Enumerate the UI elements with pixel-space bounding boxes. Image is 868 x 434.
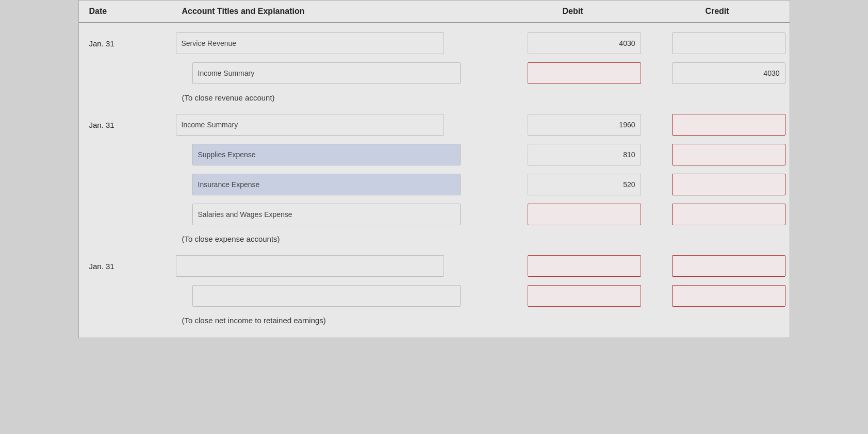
credit-input-1-2[interactable] bbox=[672, 62, 785, 84]
credit-cell-2-3[interactable] bbox=[645, 172, 790, 197]
account-input-insurance-expense[interactable] bbox=[192, 174, 461, 195]
debit-input-2-4[interactable] bbox=[528, 204, 641, 225]
credit-input-2-3[interactable] bbox=[672, 174, 785, 195]
journal-table: Date Account Titles and Explanation Debi… bbox=[78, 0, 790, 338]
account-input-income-summary-2[interactable] bbox=[176, 114, 444, 136]
account-cell-1-1[interactable] bbox=[172, 30, 501, 56]
page-wrapper: Date Account Titles and Explanation Debi… bbox=[0, 0, 868, 434]
entry-row-3-1: Jan. 31 bbox=[79, 251, 790, 281]
credit-cell-1-1[interactable] bbox=[645, 30, 790, 56]
credit-input-3-2[interactable] bbox=[672, 285, 785, 307]
table-header: Date Account Titles and Explanation Debi… bbox=[79, 1, 790, 23]
account-cell-2-1[interactable] bbox=[172, 112, 501, 138]
account-input-supplies-expense[interactable] bbox=[192, 144, 461, 165]
credit-cell-2-1[interactable] bbox=[645, 112, 790, 138]
account-cell-2-4[interactable] bbox=[172, 202, 501, 227]
debit-cell-1-2[interactable] bbox=[501, 60, 645, 86]
debit-cell-2-4[interactable] bbox=[501, 202, 645, 227]
note-text-1: (To close revenue account) bbox=[172, 93, 501, 102]
entry-row-2-3 bbox=[79, 170, 790, 199]
debit-cell-3-2[interactable] bbox=[501, 283, 645, 309]
credit-cell-1-2[interactable] bbox=[645, 60, 790, 86]
debit-cell-1-1[interactable] bbox=[501, 30, 645, 56]
account-input-3-2[interactable] bbox=[192, 285, 461, 307]
credit-cell-2-2[interactable] bbox=[645, 142, 790, 168]
credit-header: Credit bbox=[645, 5, 790, 18]
account-cell-3-1[interactable] bbox=[172, 253, 501, 279]
account-header: Account Titles and Explanation bbox=[172, 5, 501, 18]
debit-input-3-2[interactable] bbox=[528, 285, 641, 307]
debit-cell-2-1[interactable] bbox=[501, 112, 645, 138]
debit-input-3-1[interactable] bbox=[528, 255, 641, 277]
debit-cell-2-3[interactable] bbox=[501, 172, 645, 197]
account-input-3-1[interactable] bbox=[176, 255, 444, 277]
account-cell-2-3[interactable] bbox=[172, 172, 501, 197]
debit-input-2-1[interactable] bbox=[528, 114, 641, 136]
credit-input-3-1[interactable] bbox=[672, 255, 785, 277]
credit-input-1-1[interactable] bbox=[672, 32, 785, 54]
date-header: Date bbox=[79, 5, 172, 18]
debit-cell-2-2[interactable] bbox=[501, 142, 645, 168]
entry-group-1: Jan. 31 bbox=[79, 28, 790, 107]
debit-header: Debit bbox=[501, 5, 645, 18]
account-cell-2-2[interactable] bbox=[172, 142, 501, 168]
journal-content: Jan. 31 bbox=[79, 23, 790, 338]
entry-row-2-1: Jan. 31 bbox=[79, 110, 790, 140]
credit-cell-2-4[interactable] bbox=[645, 202, 790, 227]
note-row-2: (To close expense accounts) bbox=[79, 229, 790, 248]
credit-input-2-2[interactable] bbox=[672, 144, 785, 165]
entry-row-2-2 bbox=[79, 140, 790, 170]
account-input-service-revenue[interactable] bbox=[176, 32, 444, 54]
note-row-3: (To close net income to retained earning… bbox=[79, 311, 790, 329]
date-jan31-2: Jan. 31 bbox=[79, 121, 172, 129]
account-input-salaries-expense[interactable] bbox=[192, 204, 461, 225]
note-text-2: (To close expense accounts) bbox=[172, 235, 501, 243]
date-jan31-3: Jan. 31 bbox=[79, 262, 172, 271]
credit-input-2-4[interactable] bbox=[672, 204, 785, 225]
account-input-income-summary-1[interactable] bbox=[192, 62, 461, 84]
credit-cell-3-1[interactable] bbox=[645, 253, 790, 279]
note-row-1: (To close revenue account) bbox=[79, 88, 790, 107]
entry-row-2-4 bbox=[79, 199, 790, 229]
entry-row-3-2 bbox=[79, 281, 790, 311]
entry-row-1-2 bbox=[79, 58, 790, 88]
account-cell-3-2[interactable] bbox=[172, 283, 501, 309]
date-jan31-1: Jan. 31 bbox=[79, 39, 172, 48]
debit-input-1-2[interactable] bbox=[528, 62, 641, 84]
credit-cell-3-2[interactable] bbox=[645, 283, 790, 309]
debit-input-2-3[interactable] bbox=[528, 174, 641, 195]
entry-group-3: Jan. 31 bbox=[79, 251, 790, 329]
debit-input-1-1[interactable] bbox=[528, 32, 641, 54]
debit-cell-3-1[interactable] bbox=[501, 253, 645, 279]
note-text-3: (To close net income to retained earning… bbox=[172, 316, 501, 325]
credit-input-2-1[interactable] bbox=[672, 114, 785, 136]
debit-input-2-2[interactable] bbox=[528, 144, 641, 165]
entry-row-1-1: Jan. 31 bbox=[79, 28, 790, 58]
account-cell-1-2[interactable] bbox=[172, 60, 501, 86]
entry-group-2: Jan. 31 bbox=[79, 110, 790, 248]
